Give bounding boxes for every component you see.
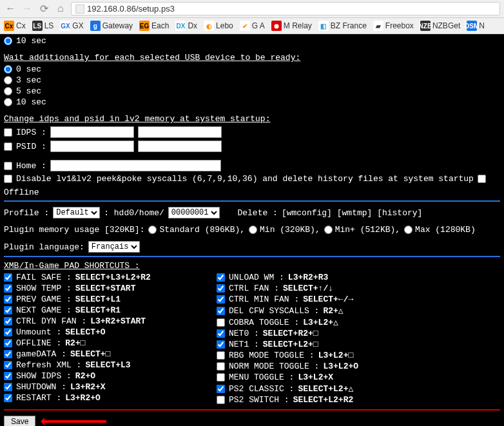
home-checkbox[interactable] — [4, 162, 12, 170]
bookmark-label: N — [479, 21, 485, 30]
shortcut-checkbox[interactable] — [4, 328, 12, 336]
shortcut-checkbox[interactable] — [4, 394, 12, 402]
shortcut-checkbox[interactable] — [4, 295, 12, 304]
back-button[interactable]: ← — [4, 3, 17, 15]
profile-row: Profile : Default : hdd0/home/ 00000001 … — [4, 206, 500, 220]
page-icon — [75, 5, 84, 14]
shortcut-combo: SELECT+↑/↓ — [283, 284, 333, 293]
bookmark-item[interactable]: ✔G A — [240, 21, 265, 31]
shortcut-checkbox[interactable] — [217, 385, 225, 393]
shortcut-row: SHUTDOWN : L3+R2+X — [4, 382, 197, 392]
shortcut-label: MENU TOGGLE : — [229, 373, 294, 382]
shortcut-checkbox[interactable] — [217, 329, 225, 338]
bookmark-item[interactable]: LSLS — [32, 21, 54, 31]
bookmark-label: NZBGet — [432, 21, 460, 30]
bookmark-item[interactable]: ⏺M Relay — [271, 21, 312, 31]
memory-radio[interactable] — [249, 226, 257, 234]
shortcut-checkbox[interactable] — [217, 396, 225, 404]
shortcut-checkbox[interactable] — [4, 383, 12, 391]
radio-trail-10sec[interactable] — [4, 37, 12, 45]
home-field[interactable] — [50, 160, 221, 171]
delete-link-history[interactable]: history — [382, 208, 418, 218]
bookmark-item[interactable]: NZBNZBGet — [420, 21, 460, 31]
shortcut-label: Refresh XML : — [16, 360, 81, 370]
shortcut-row: NEXT GAME : SELECT+R1 — [4, 305, 197, 316]
idps-field-1[interactable] — [50, 126, 134, 138]
reload-button[interactable]: ⟳ — [37, 3, 50, 15]
shortcut-checkbox[interactable] — [217, 273, 225, 282]
divider — [4, 200, 500, 202]
bookmark-item[interactable]: ◐Lebo — [204, 21, 233, 31]
psid-label: PSID : — [16, 142, 46, 151]
memory-radio[interactable] — [324, 226, 333, 234]
bookmark-item[interactable]: DSMN — [467, 21, 485, 31]
shortcut-label: PREV GAME : — [16, 295, 72, 304]
shortcut-checkbox[interactable] — [217, 318, 225, 327]
shortcut-checkbox[interactable] — [4, 361, 12, 369]
shortcut-checkbox[interactable] — [4, 284, 12, 293]
idps-checkbox[interactable] — [4, 128, 12, 137]
forward-button[interactable]: → — [21, 3, 34, 15]
home-button[interactable]: ⌂ — [54, 3, 67, 15]
save-button[interactable]: Save — [4, 416, 35, 426]
shortcut-checkbox[interactable] — [217, 340, 225, 349]
shortcut-checkbox[interactable] — [217, 295, 225, 304]
bookmark-item[interactable]: gGateway — [90, 21, 133, 31]
shortcut-checkbox[interactable] — [217, 351, 225, 360]
syscalls-checkbox[interactable] — [4, 175, 12, 183]
bookmark-item[interactable]: EGEach — [139, 21, 169, 31]
shortcut-row: CTRL MIN FAN : SELECT+←/→ — [217, 294, 358, 305]
shortcut-checkbox[interactable] — [217, 307, 225, 315]
psid-checkbox[interactable] — [4, 142, 12, 151]
delete-label: Delete : — [237, 208, 277, 218]
bookmark-item[interactable]: ▰Freebox — [373, 21, 414, 31]
url-bar[interactable] — [71, 2, 500, 15]
offline-checkbox[interactable] — [478, 175, 486, 183]
bookmark-label: Cx — [16, 21, 26, 30]
usb-wait-radio[interactable] — [4, 65, 12, 73]
bookmark-item[interactable]: CxCx — [4, 21, 26, 31]
psid-field-1[interactable] — [50, 140, 134, 152]
shortcut-checkbox[interactable] — [4, 317, 12, 325]
shortcut-label: OFFLINE : — [16, 338, 61, 348]
divider — [4, 256, 500, 257]
shortcut-checkbox[interactable] — [217, 284, 225, 293]
bookmark-icon: LS — [32, 21, 43, 31]
profile-path-prefix: : hdd0/home/ — [104, 208, 164, 218]
shortcut-label: DEL CFW SYSCALLS : — [229, 306, 319, 316]
shortcut-checkbox[interactable] — [217, 362, 225, 371]
bookmark-label: Each — [151, 21, 169, 30]
usb-wait-radio[interactable] — [4, 98, 12, 106]
bookmark-item[interactable]: DXDx — [175, 21, 197, 31]
shortcut-checkbox[interactable] — [4, 273, 12, 282]
language-row: Plugin language: Français — [4, 240, 500, 254]
shortcut-combo: R2+□ — [65, 338, 85, 348]
shortcut-checkbox[interactable] — [4, 306, 12, 315]
shortcut-checkbox[interactable] — [4, 339, 12, 347]
shortcut-combo: L3+R2+O — [65, 393, 101, 403]
profile-select[interactable]: Default — [53, 207, 100, 218]
shortcut-checkbox[interactable] — [4, 350, 12, 358]
memory-radio[interactable] — [404, 226, 412, 234]
shortcut-combo: SELECT+←/→ — [303, 295, 353, 304]
idps-field-2[interactable] — [138, 126, 222, 138]
url-input[interactable] — [87, 4, 496, 14]
shortcut-combo: SELECT+□ — [70, 349, 110, 359]
language-select[interactable]: Français — [88, 241, 140, 253]
bookmark-item[interactable]: ◧BZ France — [318, 21, 367, 31]
delete-link-wmtmp[interactable]: wmtmp — [342, 208, 367, 218]
shortcut-checkbox[interactable] — [4, 372, 12, 380]
shortcut-row: PREV GAME : SELECT+L1 — [4, 294, 197, 305]
memory-radio[interactable] — [148, 226, 157, 234]
psid-field-2[interactable] — [138, 140, 222, 152]
shortcut-checkbox[interactable] — [217, 373, 225, 382]
profile-path-select[interactable]: 00000001 — [168, 207, 220, 218]
shortcut-label: FAIL SAFE : — [16, 273, 72, 282]
bookmark-label: M Relay — [284, 21, 312, 30]
shortcut-label: SHUTDOWN : — [16, 382, 66, 392]
delete-link-wmconfig[interactable]: wmconfig — [287, 208, 327, 218]
usb-wait-radio[interactable] — [4, 76, 12, 84]
bookmark-item[interactable]: GXGX — [60, 21, 83, 31]
browser-nav-bar: ← → ⟳ ⌂ — [0, 0, 504, 18]
usb-wait-radio[interactable] — [4, 87, 12, 95]
